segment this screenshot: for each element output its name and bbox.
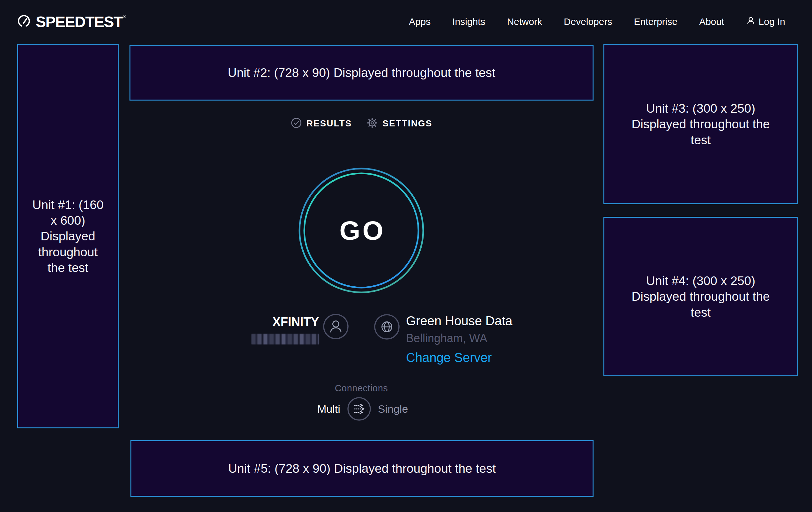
nav-item-apps[interactable]: Apps — [409, 16, 431, 27]
nav-item-insights[interactable]: Insights — [452, 16, 485, 27]
server-info: Green House Data Bellingham, WA Change S… — [406, 314, 513, 365]
isp-name: XFINITY — [251, 315, 319, 329]
ad-unit-4-text: Unit #4: (300 x 250) Displayed throughou… — [621, 273, 780, 320]
globe-icon — [374, 314, 400, 342]
person-icon — [746, 16, 756, 28]
change-server-link[interactable]: Change Server — [406, 350, 513, 365]
ad-unit-1-text: Unit #1: (160 x 600) Displayed throughou… — [31, 197, 105, 275]
tab-settings[interactable]: SETTINGS — [367, 117, 432, 130]
gauge-icon — [17, 13, 31, 31]
nav-item-about[interactable]: About — [699, 16, 724, 27]
tab-results-label: RESULTS — [307, 118, 352, 129]
login-label: Log In — [759, 16, 785, 27]
ad-unit-5-text: Unit #5: (728 x 90) Displayed throughout… — [228, 461, 496, 476]
ad-unit-4: Unit #4: (300 x 250) Displayed throughou… — [603, 217, 798, 376]
top-nav-bar: SPEEDTEST® Apps Insights Network Develop… — [0, 0, 812, 44]
isp-info: XFINITY — [251, 315, 319, 344]
ad-unit-2: Unit #2: (728 x 90) Displayed throughout… — [129, 45, 593, 101]
connections-toggle-row: Multi Single — [317, 397, 408, 421]
isp-redacted-text — [251, 334, 319, 344]
connections-single-label[interactable]: Single — [378, 403, 408, 415]
tab-settings-label: SETTINGS — [382, 118, 432, 129]
check-circle-icon — [291, 117, 302, 130]
results-settings-tabs: RESULTS SETTINGS — [297, 117, 425, 130]
server-name: Green House Data — [406, 314, 513, 328]
main-nav: Apps Insights Network Developers Enterpr… — [409, 0, 785, 44]
multi-arrows-icon[interactable] — [347, 397, 372, 421]
connections-label: Connections — [297, 383, 425, 394]
ad-unit-1: Unit #1: (160 x 600) Displayed throughou… — [17, 44, 119, 428]
nav-item-enterprise[interactable]: Enterprise — [634, 16, 677, 27]
go-button-label: GO — [297, 167, 425, 294]
trademark-mark: ® — [123, 15, 125, 19]
person-icon — [322, 313, 349, 341]
ad-unit-2-text: Unit #2: (728 x 90) Displayed throughout… — [228, 65, 495, 80]
nav-item-network[interactable]: Network — [507, 16, 542, 27]
server-location: Bellingham, WA — [406, 332, 513, 344]
ad-unit-3-text: Unit #3: (300 x 250) Displayed throughou… — [621, 101, 780, 147]
tab-results[interactable]: RESULTS — [291, 117, 352, 130]
nav-item-developers[interactable]: Developers — [564, 16, 612, 27]
go-button[interactable]: GO — [297, 167, 425, 294]
connections-multi-label[interactable]: Multi — [317, 403, 340, 415]
gear-icon — [367, 117, 378, 130]
brand-name: SPEEDTEST® — [36, 13, 125, 31]
ad-unit-5: Unit #5: (728 x 90) Displayed throughout… — [130, 440, 593, 497]
speedtest-logo[interactable]: SPEEDTEST® — [17, 0, 125, 44]
login-button[interactable]: Log In — [746, 16, 785, 28]
ad-unit-3: Unit #3: (300 x 250) Displayed throughou… — [603, 44, 798, 204]
